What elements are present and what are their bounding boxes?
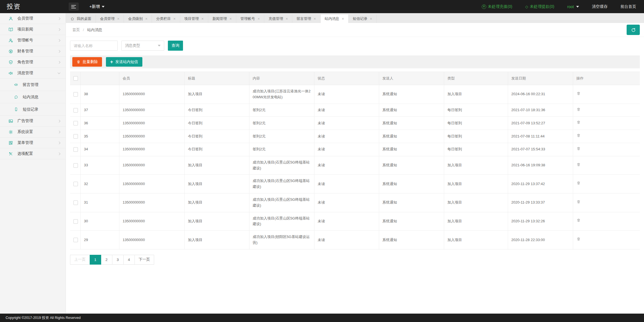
batch-delete-label: 批量删除 (83, 59, 98, 64)
tab-分类栏目[interactable]: 分类栏目× (152, 15, 180, 23)
sidebar-item-系统设置[interactable]: 系统设置 (0, 127, 66, 137)
tab-留言管理[interactable]: 留言管理× (292, 15, 320, 23)
tab-close-icon[interactable]: × (145, 17, 147, 21)
row-delete-button[interactable] (576, 133, 581, 137)
breadcrumb-current: 站内消息 (87, 27, 102, 32)
cell-member: 13500000000 (119, 117, 184, 130)
row-delete-button[interactable] (576, 91, 581, 95)
cell-status: 未读 (314, 117, 379, 130)
tab-我的桌面[interactable]: 我的桌面 (66, 15, 96, 23)
sidebar-item-会员管理[interactable]: 会员管理 (0, 13, 66, 24)
page-button-4[interactable]: 4 (123, 255, 135, 265)
sidebar-toggle-icon[interactable] (69, 3, 79, 11)
next-page-button[interactable]: 下一页 (135, 255, 154, 265)
send-message-button[interactable]: + 发送站内短信 (106, 57, 142, 67)
tab-会员级别[interactable]: 会员级别× (124, 15, 152, 23)
search-button[interactable]: 查询 (168, 41, 183, 51)
row-checkbox[interactable] (73, 200, 78, 205)
cell-sender: 系统通知 (379, 156, 444, 175)
clear-cache-link[interactable]: 清空缓存 (592, 4, 608, 9)
row-delete-button[interactable] (576, 162, 581, 167)
row-delete-button[interactable] (576, 107, 581, 111)
row-delete-button[interactable] (576, 218, 581, 222)
row-checkbox[interactable] (73, 182, 78, 186)
breadcrumb-home-link[interactable]: 首页 (72, 27, 80, 32)
pending-recharge-link[interactable]: ¥ 未处理充值(0) (482, 4, 512, 9)
tab-新闻管理[interactable]: 新闻管理× (208, 15, 236, 23)
trash-icon (576, 237, 581, 241)
message-type-select[interactable]: 消息类型 (121, 41, 164, 51)
tab-close-icon[interactable]: × (258, 17, 260, 21)
sidebar-item-广告管理[interactable]: 广告管理 (0, 116, 66, 127)
row-checkbox[interactable] (73, 134, 78, 139)
row-delete-button[interactable] (576, 237, 581, 241)
table-header-row: 会员标题内容状态发送人类型发送日期操作 (70, 72, 640, 85)
row-checkbox[interactable] (73, 92, 78, 97)
row-checkbox[interactable] (73, 147, 78, 152)
page-button-3[interactable]: 3 (112, 255, 124, 265)
content-panel: 消息类型 查询 批量删除 + 发送站内短信 会员标题内容 (66, 37, 644, 314)
sidebar-item-财务管理[interactable]: 财务管理 (0, 46, 66, 57)
refresh-button[interactable] (627, 25, 640, 35)
sidebar-item-项目新闻[interactable]: 项目新闻 (0, 24, 66, 35)
sidebar-item-管理帐号[interactable]: 管理帐号 (0, 35, 66, 46)
footer: Copyright ©2017-2019 投资 All Rights Reser… (0, 314, 644, 322)
tab-label: 项目管理 (184, 16, 199, 21)
sidebar-subitem-留言管理[interactable]: 留言管理 (0, 79, 66, 91)
user-menu[interactable]: root (567, 4, 579, 9)
sidebar-item-消息管理[interactable]: 消息管理 (0, 68, 66, 79)
tab-close-icon[interactable]: × (117, 17, 119, 21)
chevron-right-icon (58, 130, 61, 133)
tab-close-icon[interactable]: × (201, 17, 204, 21)
tab-label: 充值管理 (268, 16, 283, 21)
front-home-link[interactable]: 前台首页 (620, 4, 636, 9)
cell-type: 每日签到 (444, 104, 508, 117)
sidebar-item-角色管理[interactable]: 角色管理 (0, 57, 66, 68)
row-checkbox[interactable] (73, 108, 78, 113)
row-checkbox[interactable] (73, 121, 78, 125)
cell-type: 加入项目 (444, 175, 508, 193)
tab-会员管理[interactable]: 会员管理× (96, 15, 124, 23)
tab-close-icon[interactable]: × (173, 17, 175, 21)
page-button-1[interactable]: 1 (90, 255, 101, 265)
home-icon (70, 17, 74, 21)
tab-close-icon[interactable]: × (230, 17, 232, 21)
sidebar-submenu: 留言管理站内消息短信记录 (0, 79, 66, 116)
shield-icon (8, 60, 13, 65)
cell-actions (573, 193, 640, 212)
row-checkbox[interactable] (73, 219, 78, 224)
table-row: 3113500000000加入项目成功加入项目(石景山区5G终端基站建设)未读系… (70, 193, 640, 212)
pending-withdraw-link[interactable]: ◇ 未处理提款(0) (525, 4, 554, 9)
plus-icon: + (110, 59, 113, 64)
batch-delete-button[interactable]: 批量删除 (72, 57, 102, 67)
prev-page-button[interactable]: 上一页 (70, 255, 90, 265)
tab-label: 会员管理 (100, 16, 115, 21)
sidebar-subitem-站内消息[interactable]: 站内消息 (0, 91, 66, 103)
tab-管理帐号[interactable]: 管理帐号× (236, 15, 264, 23)
tab-close-icon[interactable]: × (342, 17, 344, 21)
sidebar-item-菜单管理[interactable]: 菜单管理 (0, 137, 66, 148)
row-delete-button[interactable] (576, 120, 581, 124)
row-checkbox[interactable] (73, 238, 78, 242)
column-header (70, 72, 80, 85)
name-search-input[interactable] (70, 41, 118, 51)
row-delete-button[interactable] (576, 181, 581, 185)
page-button-2[interactable]: 2 (101, 255, 112, 265)
cell-content: 成功加入项目(石景山区5G终端基站建设) (249, 156, 314, 175)
sidebar-subitem-短信记录[interactable]: 短信记录 (0, 103, 66, 116)
tab-充值管理[interactable]: 充值管理× (264, 15, 292, 23)
row-checkbox[interactable] (73, 163, 78, 168)
new-dropdown[interactable]: +新增 (89, 4, 105, 9)
cell-actions (573, 143, 640, 156)
sidebar-item-选项配置[interactable]: 选项配置 (0, 148, 66, 159)
tab-站内消息[interactable]: 站内消息× (321, 15, 349, 23)
tab-close-icon[interactable]: × (286, 17, 288, 21)
tab-短信记录[interactable]: 短信记录× (349, 15, 377, 23)
tab-项目管理[interactable]: 项目管理× (180, 15, 208, 23)
row-delete-button[interactable] (576, 200, 581, 204)
tab-close-icon[interactable]: × (314, 17, 316, 21)
tab-close-icon[interactable]: × (370, 17, 372, 21)
row-delete-button[interactable] (576, 146, 581, 151)
table-row: 3413500000000今日签到签到2元未读系统通知每日签到2021-07-0… (70, 143, 640, 156)
select-all-checkbox[interactable] (73, 76, 78, 81)
